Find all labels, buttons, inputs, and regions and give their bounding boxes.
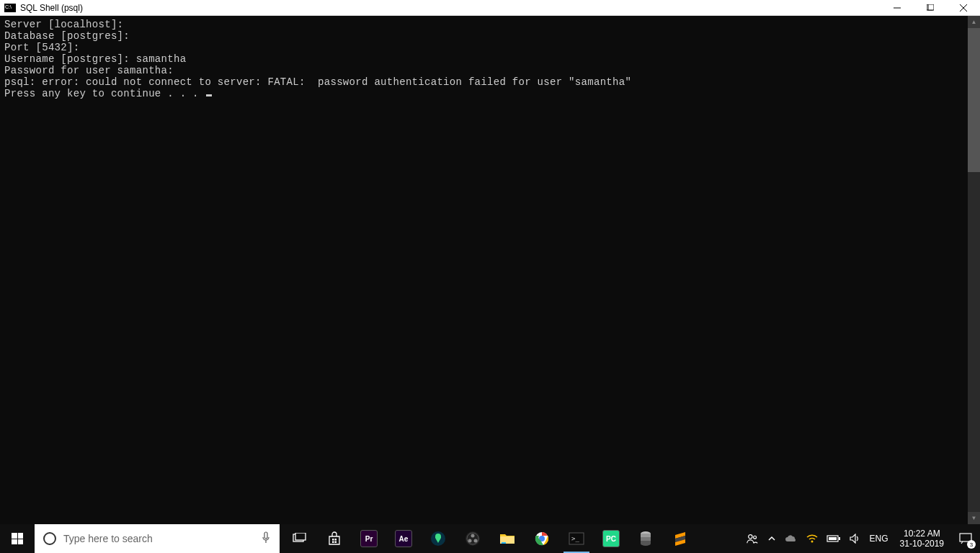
svg-rect-5	[264, 532, 267, 539]
taskbar-app-android-studio[interactable]	[421, 524, 455, 553]
clock[interactable]: 10:22 AM 31-10-2019	[893, 529, 951, 549]
svg-rect-20	[502, 542, 506, 544]
taskbar-app-obs[interactable]	[455, 524, 490, 553]
svg-rect-9	[332, 539, 334, 541]
cortana-icon	[43, 532, 56, 545]
start-button[interactable]	[0, 524, 35, 553]
app-window: SQL Shell (psql) Server [localhost]:Data…	[0, 0, 980, 524]
taskbar-app-cmd[interactable]: >_	[559, 524, 594, 553]
terminal-line: Server [localhost]:	[4, 19, 963, 30]
window-controls	[881, 0, 980, 15]
taskbar-app-task-view[interactable]	[282, 524, 317, 553]
svg-text:>_: >_	[571, 535, 579, 542]
svg-point-16	[471, 534, 475, 538]
taskbar-app-chrome[interactable]	[525, 524, 559, 553]
clock-date: 31-10-2019	[900, 539, 944, 549]
scroll-thumb[interactable]	[968, 28, 980, 172]
terminal-area: Server [localhost]:Database [postgres]:P…	[0, 16, 980, 524]
terminal-output[interactable]: Server [localhost]:Database [postgres]:P…	[0, 16, 968, 524]
windows-logo-icon	[12, 533, 23, 544]
terminal-line: psql: error: could not connect to server…	[4, 76, 963, 88]
tray-chevron-icon[interactable]	[763, 524, 780, 553]
taskbar: Type here to search PrAe>_PC ENG 10:22 A…	[0, 524, 980, 553]
wifi-icon[interactable]	[802, 524, 822, 553]
minimize-button[interactable]	[881, 0, 914, 15]
svg-rect-12	[335, 541, 337, 544]
titlebar[interactable]: SQL Shell (psql)	[0, 0, 980, 16]
svg-point-27	[753, 536, 756, 539]
svg-point-26	[748, 535, 752, 539]
svg-rect-30	[839, 537, 840, 540]
search-box[interactable]: Type here to search	[35, 524, 280, 553]
taskbar-app-after-effects[interactable]: Ae	[386, 524, 421, 553]
microphone-icon[interactable]	[261, 531, 271, 547]
taskbar-app-database[interactable]	[628, 524, 663, 553]
taskbar-app-sublime[interactable]	[663, 524, 698, 553]
terminal-line: Press any key to continue . . .	[4, 88, 963, 99]
close-button[interactable]	[947, 0, 980, 15]
svg-rect-11	[332, 541, 334, 544]
svg-rect-8	[295, 533, 306, 540]
language-indicator[interactable]: ENG	[865, 524, 893, 553]
svg-point-17	[468, 539, 472, 543]
taskbar-app-microsoft-store[interactable]	[317, 524, 352, 553]
taskbar-app-file-explorer[interactable]	[490, 524, 525, 553]
people-icon[interactable]	[741, 524, 763, 553]
volume-icon[interactable]	[845, 524, 865, 553]
svg-rect-10	[335, 539, 337, 541]
clock-time: 10:22 AM	[900, 529, 944, 539]
svg-rect-2	[928, 4, 934, 10]
system-tray: ENG 10:22 AM 31-10-2019 3	[741, 524, 980, 553]
scroll-up-arrow[interactable]: ▲	[968, 16, 980, 28]
battery-icon[interactable]	[822, 524, 845, 553]
notification-badge: 3	[967, 540, 976, 549]
taskbar-app-premiere[interactable]: Pr	[352, 524, 386, 553]
onedrive-icon[interactable]	[780, 524, 802, 553]
svg-rect-31	[829, 537, 837, 540]
maximize-button[interactable]	[914, 0, 947, 15]
action-center-icon[interactable]: 3	[951, 524, 980, 553]
scrollbar[interactable]: ▲ ▼	[968, 16, 980, 524]
terminal-line: Database [postgres]:	[4, 30, 963, 42]
svg-point-14	[466, 531, 480, 546]
taskbar-app-pycharm[interactable]: PC	[594, 524, 628, 553]
window-title: SQL Shell (psql)	[20, 3, 83, 13]
cursor	[206, 94, 212, 96]
terminal-line: Port [5432]:	[4, 42, 963, 53]
terminal-line: Password for user samantha:	[4, 65, 963, 76]
svg-point-18	[474, 539, 478, 543]
app-icon	[4, 4, 16, 12]
scroll-down-arrow[interactable]: ▼	[968, 512, 980, 524]
svg-point-28	[811, 541, 813, 543]
terminal-line: Username [postgres]: samantha	[4, 53, 963, 65]
taskbar-apps: PrAe>_PC	[282, 524, 698, 553]
search-placeholder: Type here to search	[63, 533, 153, 544]
